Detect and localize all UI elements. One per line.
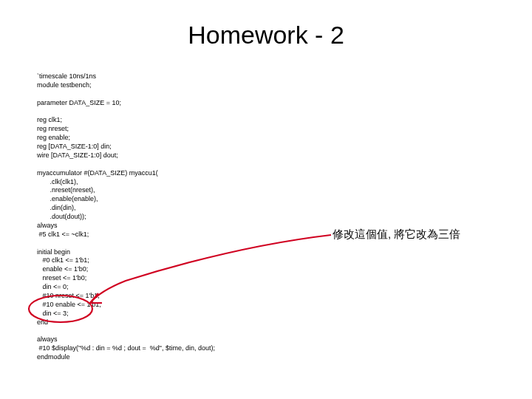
page-title: Homework - 2 bbox=[0, 21, 532, 50]
annotation-text: 修改這個值, 將它改為三倍 bbox=[332, 228, 460, 242]
code-block: `timescale 10ns/1ns module testbench; pa… bbox=[37, 72, 215, 362]
